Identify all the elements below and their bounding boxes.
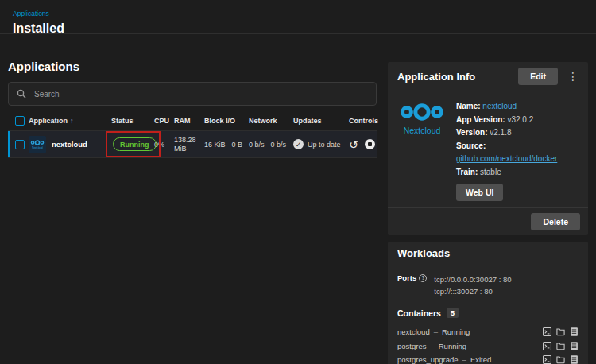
logs-icon[interactable] — [570, 355, 579, 364]
folder-icon[interactable] — [556, 342, 565, 350]
application-info-title: Application Info — [397, 71, 518, 83]
status-cell: Running — [111, 137, 154, 151]
workloads-panel: Workloads Ports ? tcp://0.0.0.0:30027 : … — [388, 242, 588, 364]
cpu-cell: 0% — [154, 141, 174, 149]
kebab-menu-icon[interactable]: ⋮ — [567, 71, 579, 82]
app-name-link[interactable]: nextcloud — [482, 102, 517, 110]
column-header-application[interactable]: Application↑ — [29, 117, 111, 125]
container-list: nextcloud–Running postgres–Running — [397, 325, 579, 364]
source-link[interactable]: github.com/nextcloud/docker — [456, 154, 557, 163]
column-header-status[interactable]: Status — [111, 117, 154, 125]
ports-values: tcp://0.0.0.0:30027 : 80 tcp://:::30027 … — [434, 273, 511, 297]
logs-icon[interactable] — [570, 342, 579, 350]
field-name: Name: nextcloud — [456, 100, 579, 114]
nextcloud-logo-tile: Nextcloud — [29, 136, 46, 153]
search-icon — [17, 89, 26, 99]
column-header-ram[interactable]: RAM — [174, 117, 204, 125]
logs-icon[interactable] — [570, 327, 579, 336]
nextcloud-tile-label: Nextcloud — [32, 147, 42, 149]
shell-icon[interactable] — [543, 327, 551, 336]
column-header-controls: Controls — [349, 117, 383, 125]
ram-cell: 138.28 MiB — [174, 136, 203, 153]
delete-button[interactable]: Delete — [531, 213, 580, 230]
nextcloud-logo-text: Nextcloud — [397, 126, 447, 135]
container-state: Exited — [470, 355, 491, 364]
ports-label: Ports — [397, 273, 416, 282]
field-app-version: App Version: v32.0.2 — [456, 114, 579, 127]
row-selected-accent — [8, 131, 10, 157]
column-header-block-io[interactable]: Block I/O — [204, 117, 249, 125]
nextcloud-logo-icon — [30, 139, 45, 146]
nextcloud-logo-icon — [399, 103, 445, 121]
application-info-panel: Application Info Edit ⋮ Nextcloud — [388, 62, 588, 235]
shell-icon[interactable] — [543, 342, 551, 350]
container-row: postgres_upgrade–Exited — [397, 353, 579, 364]
column-header-network[interactable]: Network — [249, 117, 293, 125]
page-header: Applications Installed — [0, 0, 596, 34]
folder-icon[interactable] — [556, 327, 565, 336]
updates-cell: ✓ Up to date — [293, 139, 349, 149]
network-cell: 0 b/s - 0 b/s — [249, 141, 293, 149]
container-name: postgres — [397, 342, 426, 350]
up-to-date-check-icon: ✓ — [293, 139, 304, 149]
restart-app-icon[interactable]: ↺ — [349, 139, 358, 150]
edit-button[interactable]: Edit — [518, 68, 558, 85]
search-box[interactable] — [8, 82, 377, 106]
table-header: Application↑ Status CPU RAM Block I/O Ne… — [8, 111, 377, 130]
applications-section-title: Applications — [8, 60, 377, 73]
row-checkbox[interactable] — [15, 140, 25, 149]
container-name: nextcloud — [397, 327, 430, 336]
web-ui-button[interactable]: Web UI — [456, 184, 503, 201]
status-badge: Running — [113, 137, 157, 151]
sort-asc-icon: ↑ — [70, 117, 74, 125]
search-input[interactable] — [33, 89, 368, 99]
containers-heading: Containers 5 — [397, 308, 579, 318]
block-io-cell: 16 KiB - 0 B — [204, 141, 249, 149]
updates-text: Up to date — [308, 141, 341, 149]
containers-count-badge: 5 — [447, 308, 459, 318]
shell-icon[interactable] — [543, 355, 551, 364]
truenas-installed-apps-page: Applications Installed Applications Appl… — [0, 0, 596, 364]
stop-app-icon[interactable] — [365, 139, 375, 149]
field-version: Version: v2.1.8 — [456, 126, 579, 140]
field-source: Source: github.com/nextcloud/docker — [456, 140, 579, 166]
container-row: postgres–Running — [397, 339, 579, 354]
port-entry: tcp://0.0.0.0:30027 : 80 — [434, 273, 511, 285]
application-cell: Nextcloud nextcloud — [29, 136, 111, 153]
app-name: nextcloud — [52, 140, 87, 149]
table-row-nextcloud[interactable]: Nextcloud nextcloud Running 0% 138.28 Mi… — [8, 130, 377, 158]
field-train: Train: stable — [456, 166, 579, 180]
ports-row: Ports ? tcp://0.0.0.0:30027 : 80 tcp://:… — [397, 273, 579, 297]
container-name: postgres_upgrade — [397, 355, 459, 364]
column-header-cpu[interactable]: CPU — [154, 117, 174, 125]
controls-cell: ↺ — [349, 139, 380, 150]
container-row: nextcloud–Running — [397, 325, 579, 339]
nextcloud-logo-large: Nextcloud — [397, 100, 447, 201]
details-sidebar: Application Info Edit ⋮ Nextcloud — [388, 34, 588, 364]
container-state: Running — [439, 342, 466, 350]
app-info-fields: Name: nextcloud App Version: v32.0.2 Ver… — [456, 100, 579, 201]
select-all-checkbox[interactable] — [15, 116, 25, 126]
breadcrumb-applications[interactable]: Applications — [13, 10, 49, 17]
applications-section: Applications Application↑ Status CPU RAM… — [8, 34, 377, 158]
port-entry: tcp://:::30027 : 80 — [434, 285, 511, 297]
help-icon[interactable]: ? — [419, 274, 427, 282]
folder-icon[interactable] — [556, 355, 565, 364]
column-header-updates[interactable]: Updates — [293, 117, 349, 125]
workloads-title: Workloads — [397, 247, 579, 259]
container-state: Running — [442, 327, 470, 336]
